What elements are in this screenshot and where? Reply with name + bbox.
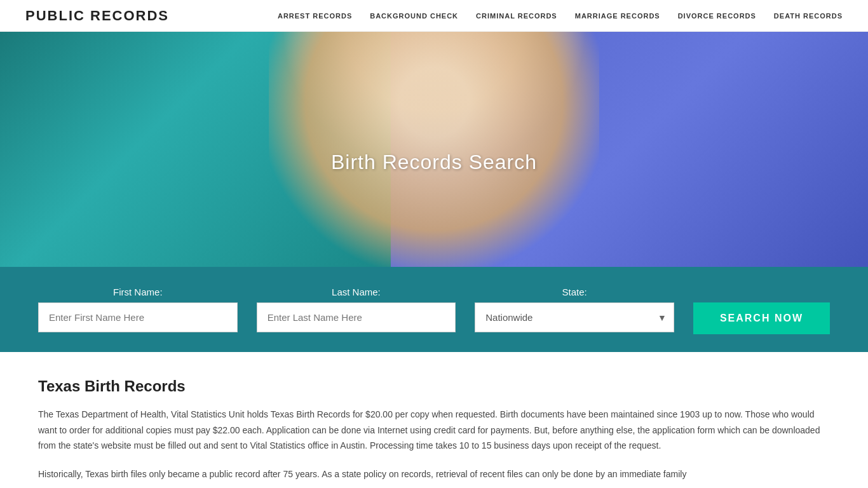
content-heading: Texas Birth Records	[38, 377, 830, 395]
first-name-label: First Name:	[38, 287, 238, 297]
state-select[interactable]: NationwideAlabamaAlaskaArizonaArkansasCa…	[475, 302, 674, 332]
hero-title: Birth Records Search	[331, 151, 537, 174]
nav-death-records[interactable]: DEATH RECORDS	[774, 12, 843, 20]
search-now-button[interactable]: SEARCH NOW	[693, 302, 830, 334]
content-paragraph-2: Historically, Texas birth files only bec…	[38, 466, 830, 482]
state-field: State: NationwideAlabamaAlaskaArizonaArk…	[475, 287, 674, 332]
state-select-wrapper: NationwideAlabamaAlaskaArizonaArkansasCa…	[475, 302, 674, 332]
nav-divorce-records[interactable]: DIVORCE RECORDS	[678, 12, 756, 20]
search-section: First Name: Last Name: State: Nationwide…	[0, 267, 868, 352]
first-name-field: First Name:	[38, 287, 238, 332]
nav-arrest-records[interactable]: ARREST RECORDS	[278, 12, 352, 20]
hero-section: Birth Records Search	[0, 32, 868, 267]
nav-marriage-records[interactable]: MARRIAGE RECORDS	[575, 12, 660, 20]
site-logo: PUBLIC RECORDS	[25, 8, 169, 24]
search-button-wrap: SEARCH NOW	[693, 285, 830, 334]
content-paragraph-1: The Texas Department of Health, Vital St…	[38, 407, 830, 454]
nav-criminal-records[interactable]: CRIMINAL RECORDS	[476, 12, 557, 20]
last-name-field: Last Name:	[257, 287, 456, 332]
first-name-input[interactable]	[38, 302, 238, 332]
baby-image	[269, 32, 599, 267]
last-name-input[interactable]	[257, 302, 456, 332]
last-name-label: Last Name:	[257, 287, 456, 297]
nav-background-check[interactable]: BACKGROUND CHECK	[370, 12, 458, 20]
site-header: PUBLIC RECORDS ARREST RECORDS BACKGROUND…	[0, 0, 868, 32]
main-content: Texas Birth Records The Texas Department…	[0, 352, 868, 488]
state-label: State:	[475, 287, 674, 297]
main-nav: ARREST RECORDS BACKGROUND CHECK CRIMINAL…	[278, 12, 843, 20]
